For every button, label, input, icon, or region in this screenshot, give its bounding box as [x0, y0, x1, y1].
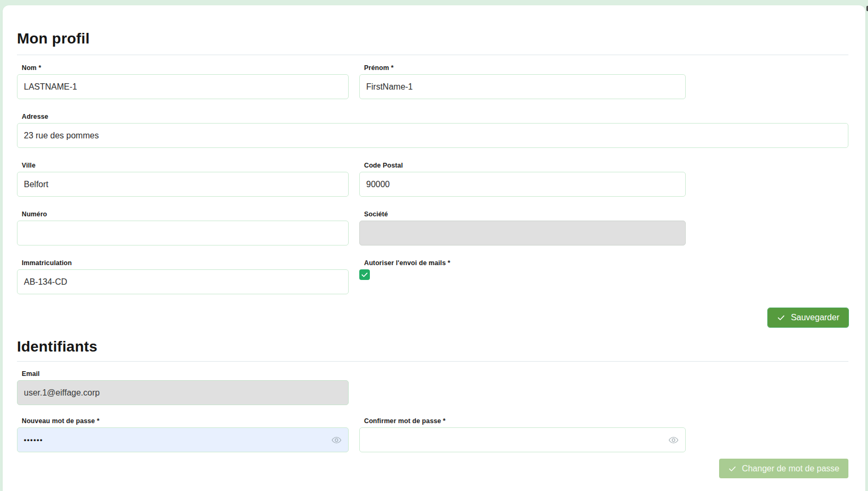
- field-numero: Numéro: [17, 211, 349, 245]
- numero-label: Numéro: [22, 211, 349, 218]
- field-nom: Nom *: [17, 64, 349, 99]
- immatriculation-input[interactable]: [17, 269, 349, 294]
- nom-label: Nom *: [22, 64, 349, 72]
- page-title: Mon profil: [17, 30, 848, 47]
- row-passwords: Nouveau mot de passe * Confirmer mot de …: [17, 417, 848, 452]
- save-button[interactable]: Sauvegarder: [768, 308, 848, 327]
- autoriser-mails-label: Autoriser l'envoi de mails *: [364, 259, 686, 267]
- email-input: [17, 380, 349, 405]
- email-label: Email: [22, 370, 349, 378]
- code-postal-label: Code Postal: [364, 162, 686, 170]
- new-password-input[interactable]: [17, 427, 349, 452]
- prenom-input[interactable]: [359, 74, 686, 99]
- check-icon: [777, 313, 785, 322]
- row-adresse: Adresse: [17, 113, 848, 148]
- credentials-title: Identifiants: [17, 338, 848, 355]
- save-button-label: Sauvegarder: [791, 313, 839, 322]
- row-numero-societe: Numéro Société: [17, 211, 848, 245]
- change-password-button-row: Changer de mot de passe: [17, 459, 848, 478]
- eye-icon[interactable]: [668, 435, 679, 445]
- immatriculation-label: Immatriculation: [22, 259, 349, 267]
- code-postal-input[interactable]: [359, 172, 686, 197]
- adresse-input[interactable]: [17, 123, 848, 148]
- autoriser-mails-checkbox[interactable]: [359, 269, 370, 280]
- credentials-divider: [17, 361, 848, 362]
- societe-label: Société: [364, 211, 686, 218]
- field-email: Email: [17, 370, 349, 405]
- field-new-password: Nouveau mot de passe *: [17, 417, 349, 452]
- profile-card: Mon profil Nom * Prénom * Adresse Ville: [3, 5, 865, 491]
- ville-label: Ville: [22, 162, 349, 170]
- numero-input[interactable]: [17, 221, 349, 245]
- section-divider: [17, 55, 848, 55]
- checkbox-check-icon: [361, 271, 368, 278]
- save-button-row: Sauvegarder: [17, 308, 848, 327]
- row-email: Email: [17, 370, 848, 405]
- change-password-button-label: Changer de mot de passe: [742, 464, 839, 474]
- field-societe: Société: [359, 211, 686, 245]
- field-code-postal: Code Postal: [359, 162, 686, 197]
- field-adresse: Adresse: [17, 113, 848, 148]
- ville-input[interactable]: [17, 172, 349, 197]
- nom-input[interactable]: [17, 74, 349, 99]
- eye-icon[interactable]: [331, 435, 342, 445]
- change-password-button[interactable]: Changer de mot de passe: [719, 459, 848, 478]
- confirm-password-label: Confirmer mot de passe *: [364, 417, 686, 425]
- row-immat-mails: Immatriculation Autoriser l'envoi de mai…: [17, 259, 848, 294]
- field-prenom: Prénom *: [359, 64, 686, 99]
- field-autoriser-mails: Autoriser l'envoi de mails *: [359, 259, 686, 294]
- adresse-label: Adresse: [22, 113, 848, 121]
- row-ville-cp: Ville Code Postal: [17, 162, 848, 197]
- prenom-label: Prénom *: [364, 64, 686, 72]
- row-name: Nom * Prénom *: [17, 64, 848, 99]
- field-immatriculation: Immatriculation: [17, 259, 349, 294]
- societe-input: [359, 221, 686, 245]
- field-ville: Ville: [17, 162, 349, 197]
- field-confirm-password: Confirmer mot de passe *: [359, 417, 686, 452]
- new-password-label: Nouveau mot de passe *: [22, 417, 349, 425]
- confirm-password-input[interactable]: [359, 427, 686, 452]
- check-icon: [728, 464, 737, 473]
